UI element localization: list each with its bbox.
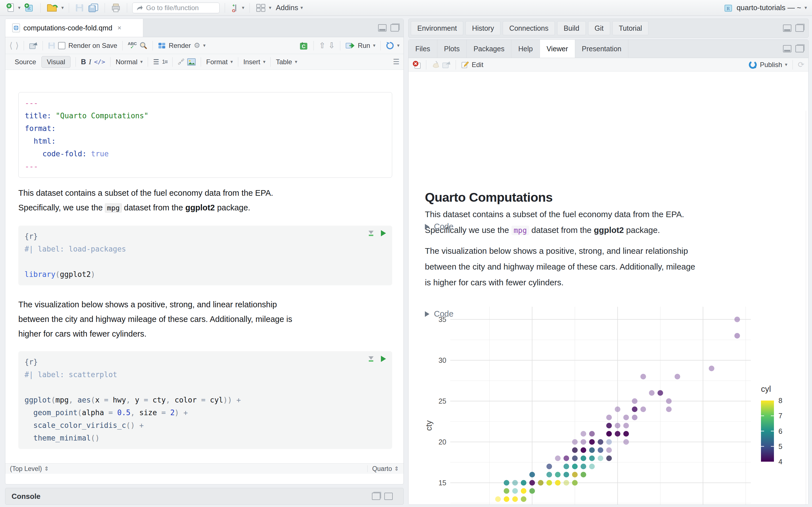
run-icon[interactable] [345, 42, 355, 49]
render-settings-caret[interactable]: ▾ [203, 43, 206, 48]
prev-chunk-icon[interactable]: ⇧ [319, 41, 325, 50]
editor-tab[interactable]: computations-code-fold.qmd × [5, 19, 143, 37]
insert-chunk-icon[interactable]: C+ [299, 41, 308, 50]
bold-button[interactable]: B [81, 58, 86, 66]
viewer-pane-minimize-icon[interactable] [783, 45, 792, 52]
tab-viewer[interactable]: Viewer [540, 40, 575, 58]
editor-paragraph-1[interactable]: This dataset contains a subset of the fu… [18, 186, 393, 216]
tab-help[interactable]: Help [511, 40, 540, 58]
new-project-icon[interactable]: R [23, 2, 35, 13]
format-caret[interactable]: ▾ [231, 59, 233, 64]
tab-connections[interactable]: Connections [503, 21, 555, 35]
new-file-icon[interactable] [5, 2, 16, 13]
version-control-icon[interactable]: +G [230, 2, 240, 13]
block-style-caret[interactable]: ▾ [140, 59, 143, 64]
top-pane-maximize-icon[interactable] [795, 24, 804, 32]
addins-button[interactable]: Addins [276, 3, 298, 12]
run-chunk-icon[interactable] [381, 230, 386, 236]
scope-selector[interactable]: (Top Level) [10, 465, 42, 473]
mode-source-button[interactable]: Source [9, 56, 42, 68]
new-file-caret[interactable]: ▾ [18, 5, 20, 10]
goto-file-input[interactable]: Go to file/function [132, 3, 220, 13]
next-chunk-icon[interactable]: ⇩ [328, 41, 335, 50]
rerun-icon[interactable] [386, 41, 394, 50]
tab-files[interactable]: Files [409, 40, 437, 58]
mode-visual-button[interactable]: Visual [42, 56, 70, 68]
open-file-caret[interactable]: ▾ [61, 5, 64, 10]
search-icon[interactable] [140, 42, 147, 50]
tab-environment[interactable]: Environment [411, 21, 463, 35]
save-icon[interactable] [74, 2, 85, 13]
forward-icon[interactable]: ⟩ [15, 41, 19, 50]
maximize-pane-icon[interactable] [391, 24, 399, 32]
link-icon[interactable]: 🔗︎ [177, 58, 185, 66]
run-caret[interactable]: ▾ [373, 43, 375, 48]
table-dropdown[interactable]: Table [276, 58, 292, 66]
edit-button[interactable]: Edit [472, 61, 483, 69]
open-file-icon[interactable] [46, 2, 59, 13]
publish-caret[interactable]: ▾ [785, 62, 788, 67]
publish-icon[interactable] [749, 61, 757, 69]
refresh-icon[interactable]: ⟳ [798, 60, 804, 69]
run-chunks-above-icon[interactable] [368, 231, 373, 236]
outline-toggle-icon[interactable]: ☰ [393, 57, 400, 66]
broom-icon[interactable] [432, 61, 439, 69]
tab-git[interactable]: Git [588, 21, 610, 35]
edit-icon[interactable] [461, 61, 469, 69]
render-settings-icon[interactable]: ⚙ [194, 41, 200, 50]
viewer-pane-maximize-icon[interactable] [795, 45, 804, 52]
pane-layout-icon[interactable] [255, 2, 267, 13]
italic-button[interactable]: I [89, 58, 91, 66]
save-doc-icon[interactable] [48, 42, 55, 49]
bullet-list-icon[interactable]: ☰ [153, 58, 159, 66]
numbered-list-icon[interactable]: 1≡ [162, 59, 167, 65]
block-style-dropdown[interactable]: Normal [116, 58, 137, 66]
console-restore-icon[interactable] [372, 493, 380, 500]
tab-presentation[interactable]: Presentation [575, 40, 628, 58]
pane-layout-caret[interactable]: ▾ [269, 5, 271, 10]
insert-caret[interactable]: ▾ [263, 59, 266, 64]
console-pane-title[interactable]: Console [11, 492, 41, 501]
clear-viewer-icon[interactable] [412, 61, 421, 69]
run-chunk-icon[interactable] [381, 356, 386, 362]
spellcheck-icon[interactable]: ABC ✓ [128, 41, 137, 50]
minimize-pane-icon[interactable] [378, 24, 387, 32]
print-icon[interactable] [110, 2, 122, 13]
code-fold-1[interactable]: Code [425, 222, 453, 231]
popout-icon[interactable] [29, 42, 38, 49]
tab-tutorial[interactable]: Tutorial [612, 21, 649, 35]
back-icon[interactable]: ⟨ [9, 41, 13, 50]
viewer-popout-icon[interactable] [442, 61, 451, 68]
tab-packages[interactable]: Packages [467, 40, 511, 58]
publish-button[interactable]: Publish [760, 61, 782, 69]
image-icon[interactable] [187, 58, 196, 66]
run-button[interactable]: Run [358, 42, 370, 50]
editor-canvas[interactable]: ---title: "Quarto Computations"format: h… [5, 88, 403, 474]
console-maximize-icon[interactable] [384, 493, 393, 500]
version-control-caret[interactable]: ▾ [242, 5, 245, 10]
doctype-selector[interactable]: Quarto [372, 465, 392, 473]
close-tab-icon[interactable]: × [117, 24, 121, 32]
code-chunk-load-packages[interactable]: {r}#| label: load-packages library(ggplo… [18, 226, 392, 285]
tab-build[interactable]: Build [557, 21, 586, 35]
project-menu[interactable]: R quarto-tutorials — ~ ▾ [723, 3, 807, 13]
insert-dropdown[interactable]: Insert [243, 58, 260, 66]
viewer-document[interactable]: Quarto Computations This dataset contain… [409, 111, 808, 504]
top-pane-minimize-icon[interactable] [783, 24, 792, 32]
render-icon[interactable] [158, 42, 166, 50]
editor-paragraph-2[interactable]: The visualization below shows a positive… [18, 297, 393, 341]
doctype-caret-icon[interactable]: ⇕ [394, 465, 399, 472]
scope-caret-icon[interactable]: ⇕ [44, 465, 49, 472]
code-format-button[interactable]: </> [94, 58, 105, 65]
run-chunks-above-icon[interactable] [368, 356, 373, 362]
tab-history[interactable]: History [465, 21, 500, 35]
tab-plots[interactable]: Plots [437, 40, 467, 58]
table-caret[interactable]: ▾ [295, 59, 297, 64]
render-on-save-checkbox[interactable] [58, 42, 65, 49]
addins-caret[interactable]: ▾ [301, 5, 303, 10]
save-all-icon[interactable] [87, 2, 100, 13]
render-button[interactable]: Render [168, 42, 191, 50]
rerun-caret[interactable]: ▾ [397, 43, 400, 48]
format-dropdown[interactable]: Format [206, 58, 227, 66]
yaml-block[interactable]: ---title: "Quarto Computations"format: h… [18, 92, 392, 178]
